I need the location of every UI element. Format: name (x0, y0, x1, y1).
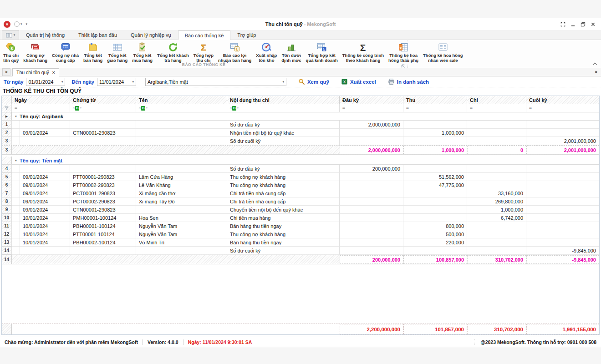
cell-noi-dung: Nhận tiền nội bộ từ quỹ khác (227, 129, 340, 137)
cell-chung-tu: PBH00001-100124 (70, 222, 136, 230)
ribbon-tab-thiet-lap-ban-dau[interactable]: Thiết lập ban đầu (71, 30, 124, 40)
table-row[interactable]: 809/01/2024PCT00002-290823Xi măng Tây Đô… (2, 197, 599, 206)
column-header-2[interactable]: Chứng từ (70, 96, 136, 104)
from-date-input[interactable]: 01/01/2024 ▾ (26, 78, 65, 86)
tab-thu-chi-ton-quy[interactable]: Thu chi tồn quỹ × (12, 68, 59, 76)
collapse-triangle-icon[interactable]: ▼ (15, 159, 17, 162)
column-header-7[interactable]: Chi (467, 96, 526, 104)
qat-skin-button[interactable]: ▾ (14, 21, 22, 27)
fund-select[interactable]: Argibank,Tiền mặt ▾ (145, 78, 286, 86)
cell-dau-ky (340, 181, 403, 189)
tab-close-icon[interactable]: × (52, 70, 55, 75)
ribbon-button-xuat-nhap-ton-kho[interactable]: Xuất nhậptồn kho (254, 41, 279, 63)
filter-cell-4[interactable]: aBc (227, 104, 340, 112)
column-header-1[interactable]: Ngày (12, 96, 70, 104)
filter-cell-3[interactable]: aBc (136, 104, 227, 112)
from-date-label: Từ ngày (4, 79, 23, 85)
ribbon-button-tong-ket-giao-hang[interactable]: Tổng kếtgiao hàng (105, 41, 130, 63)
note-yellow-icon (87, 41, 99, 53)
table-row[interactable]: 709/01/2024PCT00001-290823Xi măng cần th… (2, 189, 599, 197)
cell-noi-dung: Bán hàng thu tiền ngay (227, 238, 340, 247)
row-number: 3 (2, 137, 12, 145)
to-date-input[interactable]: 11/01/2024 ▾ (97, 78, 136, 86)
xem-quy-button[interactable]: Xem quỹ (298, 78, 329, 85)
ribbon-button-tong-ket-khach-tra-hang[interactable]: Tổng kết kháchtrả hàng (155, 41, 191, 63)
minimize-button[interactable] (569, 21, 576, 27)
ribbon-button-label: Tổng kết (108, 53, 127, 58)
row-number: 6 (2, 181, 12, 189)
table-row[interactable]: 909/01/2024CTN00001-290823Chuyển tiền nộ… (2, 206, 599, 214)
close-all-tabs-button[interactable]: × (2, 68, 10, 76)
document-tab-strip: × Thu chi tồn quỹ × × (0, 68, 601, 76)
cell-ten (136, 206, 227, 214)
column-header-5[interactable]: Đầu kỳ (340, 96, 403, 104)
svg-text:X: X (343, 80, 346, 84)
close-document-button[interactable]: × (595, 70, 597, 75)
dialog-launcher-icon[interactable] (401, 62, 406, 67)
ribbon-button-ton-duoi-dinh-muc[interactable]: Tồn dướiđịnh mức (279, 41, 303, 63)
filter-cell-7[interactable]: = (467, 104, 526, 112)
close-button[interactable] (589, 21, 596, 27)
ribbon-button-thong-ke-hoa-hong-thau-phu[interactable]: eThống kê hoahồng thầu phụ (386, 41, 421, 63)
ribbon-button-thong-ke-cong-trinh-theo-khach-hang[interactable]: ΣThống kê công trìnhtheo khách hàng (340, 41, 386, 63)
ribbon-button-tong-ket-mua-hang[interactable]: Tổng kếtmua hàng (130, 41, 155, 63)
ribbon-button-thu-chi-ton-quy[interactable]: $Thu chitồn quỹ (1, 41, 21, 63)
xuat-excel-button[interactable]: XXuất excel (341, 78, 376, 85)
qat-customize-button[interactable]: ▾ (26, 22, 28, 26)
cell-dau-ky (340, 173, 403, 181)
cell-ngay: 10/01/2024 (20, 222, 70, 230)
table-row[interactable]: 609/01/2024PTT00002-290823Lê Văn KhángTh… (2, 181, 599, 189)
ribbon-collapse-button[interactable] (593, 62, 597, 66)
ribbon-button-thong-ke-hoa-hong-nhan-vien-sale[interactable]: Thống kê hoa hồngnhân viên sale (421, 41, 465, 63)
cell-noi-dung: Thu công nợ khách hàng (227, 230, 340, 238)
filter-cell-1[interactable]: = (12, 104, 70, 112)
ribbon-tab-bao-cao-thong-ke[interactable]: Báo cáo thống kê (178, 30, 231, 40)
cell-chi (467, 137, 526, 145)
filter-cell-2[interactable]: aBc (70, 104, 136, 112)
cell-ten (136, 247, 227, 255)
ribbon-button-tong-hop-ket-qua-kinh-doanh[interactable]: ΣTổng hợp kếtquả kinh doanh (304, 41, 340, 63)
ribbon-tab-quan-tri-he-thong[interactable]: Quản trị hệ thống (19, 30, 71, 40)
window-layout-icon (6, 33, 12, 38)
table-row[interactable]: 1Số dư đầu kỳ2,000,000,000 (2, 121, 599, 129)
cell-chung-tu (70, 137, 136, 145)
ribbon-button-cong-no-nha-cung-cap[interactable]: Công nợ nhàcung cấp (50, 41, 81, 63)
table-row[interactable]: 1310/01/2024PBH00002-100124Võ Minh TríBá… (2, 238, 599, 247)
table-row[interactable]: 1010/01/2024PMH00001-100124Hoa SenChi ti… (2, 214, 599, 222)
group-indent-cell (12, 137, 20, 145)
column-header-6[interactable]: Thu (403, 96, 467, 104)
table-row[interactable]: 509/01/2024PTT00001-290823Lâm Cửa HàngTh… (2, 173, 599, 181)
ribbon-tab-quan-ly-nghiep-vu[interactable]: Quản lý nghiệp vụ (124, 30, 178, 40)
group-header-row[interactable]: ▶▼Tên quỹ: Argibank (2, 112, 599, 121)
table-row[interactable]: 14Số dư cuối kỳ-9,845,000 (2, 247, 599, 255)
fit-screen-button[interactable] (559, 21, 566, 27)
cell-noi-dung: Bán hàng thu tiền ngay (227, 222, 340, 230)
filter-cell-6[interactable]: = (403, 104, 467, 112)
svg-text:$: $ (11, 46, 13, 51)
ribbon-button-bao-cao-loi-nhuan-ban-hang[interactable]: ΣBáo cáo lợinhuận bán hàng (216, 41, 254, 63)
in-danh-sach-button[interactable]: In danh sách (388, 78, 429, 85)
table-row[interactable]: 4Số dư đầu kỳ200,000,000 (2, 165, 599, 173)
collapse-triangle-icon[interactable]: ▼ (15, 115, 17, 118)
cell-thu (403, 165, 467, 173)
column-header-4[interactable]: Nội dung thu chi (227, 96, 340, 104)
restore-button[interactable] (579, 21, 586, 27)
table-row[interactable]: 1110/01/2024PBH00001-100124Nguyễn Văn Ta… (2, 222, 599, 230)
ribbon-button-label: Tổng kết (133, 53, 152, 58)
ribbon-button-label: Thống kê hoa hồng (423, 53, 463, 58)
ribbon-layout-button[interactable]: ▾ (2, 30, 19, 40)
filter-cell-5[interactable]: = (340, 104, 403, 112)
ribbon-button-tong-hop-thu-chi[interactable]: ΣTổng hợpthu chi (191, 41, 216, 63)
group-header-row[interactable]: ▼Tên quỹ: Tiền mặt (2, 157, 599, 165)
ribbon-tab-tro-giup[interactable]: Trợ giúp (230, 30, 263, 40)
cell-ten: Xi măng cần thơ (136, 189, 227, 197)
ribbon-button-tong-ket-ban-hang[interactable]: Tổng kếtbán hàng (81, 41, 105, 63)
table-row[interactable]: 209/01/2024CTN00001-290823Nhận tiền nội … (2, 129, 599, 137)
column-header-8[interactable]: Cuối kỳ (526, 96, 599, 104)
ribbon-button-cong-no-khach-hang[interactable]: Công nợkhách hàng (21, 41, 50, 63)
row-number: 2 (2, 129, 12, 137)
table-row[interactable]: 1210/01/2024PTT00001-100124Nguyễn Văn Ta… (2, 230, 599, 238)
column-header-3[interactable]: Tên (136, 96, 227, 104)
filter-cell-8[interactable]: = (526, 104, 599, 112)
table-row[interactable]: 3Số dư cuối kỳ2,001,000,000 (2, 137, 599, 145)
